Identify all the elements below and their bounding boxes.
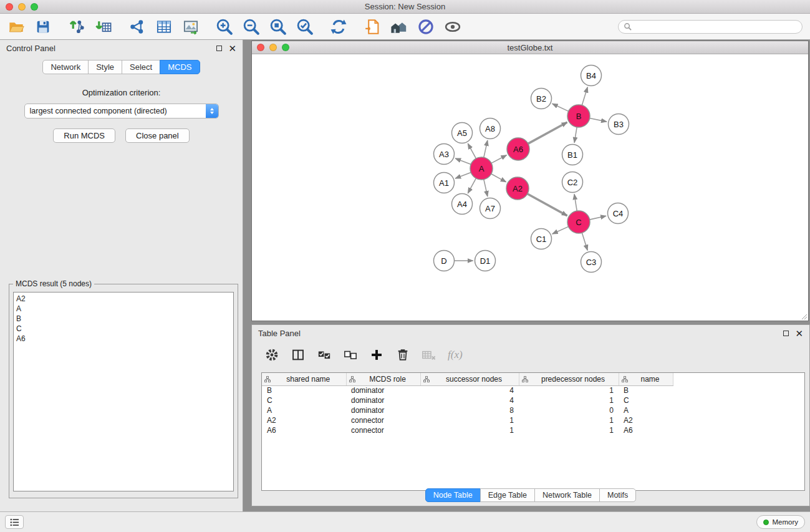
memory-button[interactable]: Memory	[756, 515, 805, 529]
columns-icon[interactable]	[291, 347, 306, 362]
table-row[interactable]: A2 connector 1 1 A2	[262, 415, 673, 425]
refresh-icon[interactable]	[330, 18, 347, 36]
column-header-successor-nodes[interactable]: successor nodes	[420, 373, 519, 385]
graph-edge[interactable]	[468, 178, 476, 193]
column-header-predecessor-nodes[interactable]: predecessor nodes	[519, 373, 619, 385]
tab-select[interactable]: Select	[122, 60, 160, 74]
close-panel-button[interactable]: Close panel	[125, 128, 190, 143]
column-header-mcds-role[interactable]: MCDS role	[346, 373, 420, 385]
column-header-shared-name[interactable]: shared name	[262, 373, 346, 385]
cell-name[interactable]: A2	[619, 415, 673, 425]
mcds-result-list[interactable]: A2 A B C A6	[13, 292, 234, 491]
cell-name[interactable]: A	[619, 405, 673, 415]
unselect-all-icon[interactable]	[343, 347, 358, 362]
cell-shared-name[interactable]: C	[262, 395, 346, 405]
optimization-criterion-dropdown[interactable]: largest connected component (directed)	[24, 104, 219, 118]
resize-grip-icon[interactable]	[800, 312, 808, 320]
open-file-icon[interactable]	[364, 18, 381, 36]
network-canvas[interactable]: B4B2BB3A5A8A6B1A3AC2A1A2A4A7C4CC1C3DD1	[252, 54, 808, 321]
import-table-from-file-icon[interactable]	[95, 18, 112, 36]
cell-predecessor-nodes[interactable]: 1	[519, 385, 619, 395]
float-panel-icon[interactable]	[216, 46, 222, 51]
graph-edge[interactable]	[455, 158, 471, 165]
cell-predecessor-nodes[interactable]: 1	[519, 415, 619, 425]
graph-edge[interactable]	[582, 87, 587, 105]
cell-predecessor-nodes[interactable]: 1	[519, 395, 619, 405]
tab-motifs[interactable]: Motifs	[599, 488, 636, 502]
table-row[interactable]: A dominator 8 0 A	[262, 405, 673, 415]
cell-shared-name[interactable]: B	[262, 385, 346, 395]
table-close-panel-icon[interactable]: ✕	[795, 329, 803, 338]
graph-edge[interactable]	[491, 174, 506, 182]
gear-icon[interactable]	[264, 347, 279, 362]
zoom-fit-icon[interactable]	[269, 18, 287, 36]
cell-successor-nodes[interactable]: 1	[420, 425, 519, 435]
new-network-icon[interactable]	[128, 18, 146, 36]
close-panel-icon[interactable]: ✕	[228, 44, 236, 53]
zoom-in-icon[interactable]	[216, 18, 233, 36]
tab-style[interactable]: Style	[88, 60, 122, 74]
tab-node-table[interactable]: Node Table	[425, 488, 481, 502]
select-all-icon[interactable]	[317, 347, 332, 362]
table-row[interactable]: B dominator 4 1 B	[262, 385, 673, 395]
add-row-icon[interactable]	[369, 347, 384, 362]
delete-row-icon[interactable]	[395, 347, 410, 362]
zoom-selected-icon[interactable]	[296, 18, 314, 36]
graph-edge[interactable]	[552, 226, 569, 234]
graph-edge[interactable]	[484, 180, 488, 196]
result-item[interactable]: A6	[16, 334, 231, 344]
tab-network[interactable]: Network	[42, 60, 89, 74]
cell-predecessor-nodes[interactable]: 1	[519, 425, 619, 435]
cell-successor-nodes[interactable]: 8	[420, 405, 519, 415]
graph-edge[interactable]	[484, 140, 488, 157]
table-row[interactable]: C dominator 4 1 C	[262, 395, 673, 405]
tab-mcds[interactable]: MCDS	[160, 60, 200, 74]
graph-edge[interactable]	[552, 104, 569, 111]
cell-mcds-role[interactable]: dominator	[346, 385, 420, 395]
cell-mcds-role[interactable]: connector	[346, 425, 420, 435]
graph-edge[interactable]	[528, 122, 567, 143]
cell-shared-name[interactable]: A	[262, 405, 346, 415]
tab-edge-table[interactable]: Edge Table	[480, 488, 535, 502]
cell-successor-nodes[interactable]: 4	[420, 385, 519, 395]
run-mcds-button[interactable]: Run MCDS	[53, 128, 115, 143]
result-item[interactable]: B	[16, 314, 231, 324]
cell-shared-name[interactable]: A6	[262, 425, 346, 435]
column-header-name[interactable]: name	[619, 373, 673, 385]
cell-mcds-role[interactable]: connector	[346, 415, 420, 425]
graph-edge[interactable]	[528, 194, 567, 216]
cell-mcds-role[interactable]: dominator	[346, 395, 420, 405]
graph-edge[interactable]	[590, 216, 606, 220]
graph-edge[interactable]	[455, 172, 471, 178]
graph-edge[interactable]	[582, 233, 587, 250]
tab-network-table[interactable]: Network Table	[534, 488, 600, 502]
cell-name[interactable]: C	[619, 395, 673, 405]
open-session-icon[interactable]	[7, 18, 25, 36]
result-item[interactable]: A	[16, 304, 231, 314]
import-network-from-file-icon[interactable]	[68, 18, 85, 36]
result-item[interactable]: C	[16, 324, 231, 334]
graph-edge[interactable]	[574, 194, 577, 211]
cell-mcds-role[interactable]: dominator	[346, 405, 420, 415]
cell-name[interactable]: B	[619, 385, 673, 395]
save-session-icon[interactable]	[34, 18, 52, 36]
task-history-button[interactable]	[5, 515, 24, 529]
export-image-icon[interactable]	[182, 18, 200, 36]
hide-selected-icon[interactable]	[417, 18, 435, 36]
zoom-out-icon[interactable]	[243, 18, 260, 36]
cell-successor-nodes[interactable]: 1	[420, 415, 519, 425]
table-float-panel-icon[interactable]	[783, 331, 789, 336]
result-item[interactable]: A2	[16, 294, 231, 304]
new-table-icon[interactable]	[155, 18, 173, 36]
show-graphics-details-icon[interactable]	[444, 18, 461, 36]
first-neighbors-icon[interactable]	[390, 18, 408, 36]
table-row[interactable]: A6 connector 1 1 A6	[262, 425, 673, 435]
search-input[interactable]	[635, 22, 797, 31]
graph-edge[interactable]	[574, 127, 577, 143]
cell-name[interactable]: A6	[619, 425, 673, 435]
graph-edge[interactable]	[590, 118, 607, 122]
graph-edge[interactable]	[491, 155, 506, 163]
cell-successor-nodes[interactable]: 4	[420, 395, 519, 405]
graph-edge[interactable]	[468, 143, 476, 158]
cell-predecessor-nodes[interactable]: 0	[519, 405, 619, 415]
